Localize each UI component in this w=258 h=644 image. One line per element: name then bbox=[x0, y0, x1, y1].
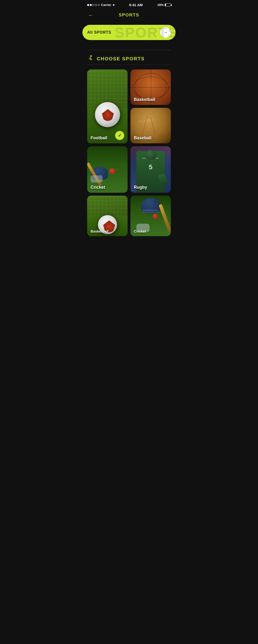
rugby-label: Rugby bbox=[134, 185, 147, 190]
cricket-label: Cricket bbox=[90, 185, 105, 190]
page-header: ← SPORTS bbox=[82, 9, 176, 22]
all-sports-button[interactable]: All SPORTS → bbox=[82, 25, 176, 40]
right-column: Basketball Rawlings Baseball bbox=[131, 70, 171, 143]
signal-dots bbox=[87, 4, 100, 6]
basketball2-label: Basketball bbox=[90, 229, 108, 233]
battery-icon bbox=[165, 3, 171, 6]
sports-grid-main: Football ✓ Basketball Rawlings Baseball bbox=[82, 70, 176, 143]
all-sports-section: All SPORTS → SPORTS bbox=[82, 22, 176, 42]
sport-card-basketball2[interactable]: Basketball bbox=[87, 196, 127, 236]
sport-card-cricket[interactable]: Cricket bbox=[87, 146, 127, 193]
signal-dot-1 bbox=[87, 4, 89, 6]
page-title: SPORTS bbox=[119, 13, 139, 18]
wifi-icon: ▾ bbox=[113, 3, 114, 7]
baseball-label: Baseball bbox=[134, 136, 152, 140]
svg-point-0 bbox=[90, 55, 92, 56]
football-ball bbox=[95, 102, 120, 127]
sport-card-football[interactable]: Football ✓ bbox=[87, 70, 127, 143]
signal-dot-3 bbox=[92, 4, 94, 6]
status-left: Carrier ▾ bbox=[87, 3, 114, 7]
signal-dot-2 bbox=[90, 4, 92, 6]
choose-sports-title: CHOOSE SPORTS bbox=[97, 56, 145, 62]
carrier-label: Carrier bbox=[101, 3, 111, 7]
choose-sports-header: CHOOSE SPORTS bbox=[82, 50, 176, 64]
divider-bottom bbox=[87, 64, 171, 65]
back-button[interactable]: ← bbox=[88, 12, 93, 18]
basketball-label: Basketball bbox=[134, 97, 155, 102]
running-icon bbox=[87, 55, 94, 62]
status-right: 20% bbox=[157, 3, 171, 7]
battery-fill bbox=[165, 4, 166, 6]
choose-sports-area: CHOOSE SPORTS bbox=[82, 50, 176, 65]
all-sports-arrow: → bbox=[160, 27, 171, 38]
sport-card-rugby[interactable]: 5 HIGHLANDERS Rugby bbox=[131, 146, 171, 193]
cricket2-label: Cricket bbox=[134, 229, 146, 233]
status-bar: Carrier ▾ 9:41 AM 20% bbox=[82, 0, 176, 9]
sport-card-cricket2[interactable]: Cricket bbox=[131, 196, 171, 236]
sports-grid-bottom: Basketball Cricket bbox=[82, 193, 176, 242]
sport-card-baseball[interactable]: Rawlings Baseball bbox=[131, 108, 171, 143]
football-selected-check: ✓ bbox=[115, 131, 124, 140]
all-sports-label: All SPORTS bbox=[87, 30, 157, 34]
battery-percent: 20% bbox=[157, 3, 164, 7]
sports-icon bbox=[87, 55, 94, 63]
signal-dot-4 bbox=[95, 4, 97, 6]
signal-dot-5 bbox=[98, 4, 100, 6]
football-label: Football bbox=[90, 136, 107, 140]
sports-grid-row2: Cricket 5 HIGHLANDERS Rugby bbox=[82, 146, 176, 193]
sport-card-basketball[interactable]: Basketball bbox=[131, 70, 171, 105]
status-time: 9:41 AM bbox=[129, 3, 143, 7]
